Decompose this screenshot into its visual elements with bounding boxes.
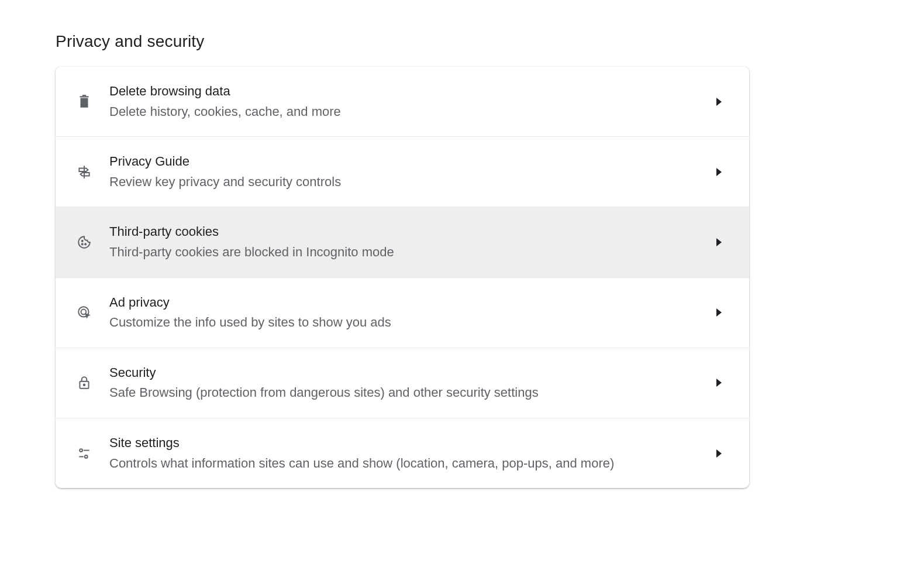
row-subtitle: Review key privacy and security controls	[109, 174, 701, 191]
trash-icon	[77, 94, 92, 109]
row-security[interactable]: Security Safe Browsing (protection from …	[56, 348, 749, 418]
row-title: Security	[109, 365, 701, 382]
tune-icon	[77, 446, 92, 461]
row-title: Ad privacy	[109, 294, 701, 311]
signpost-icon	[77, 164, 92, 180]
chevron-right-icon	[713, 95, 726, 108]
svg-marker-3	[716, 98, 722, 106]
section-title: Privacy and security	[56, 32, 205, 51]
cookie-icon	[77, 235, 92, 250]
row-text: Third-party cookies Third-party cookies …	[109, 224, 701, 260]
svg-point-16	[80, 449, 82, 452]
chevron-right-icon	[713, 236, 726, 249]
svg-rect-0	[80, 96, 88, 97]
row-privacy-guide[interactable]: Privacy Guide Review key privacy and sec…	[56, 137, 749, 207]
chevron-right-icon	[713, 376, 726, 389]
row-text: Site settings Controls what information …	[109, 435, 701, 472]
chevron-right-icon	[713, 306, 726, 319]
row-text: Privacy Guide Review key privacy and sec…	[109, 153, 701, 190]
row-text: Ad privacy Customize the info used by si…	[109, 294, 701, 331]
svg-point-7	[82, 243, 83, 245]
svg-rect-1	[82, 95, 87, 96]
row-subtitle: Controls what information sites can use …	[109, 455, 701, 472]
row-title: Privacy Guide	[109, 153, 701, 170]
row-subtitle: Delete history, cookies, cache, and more	[109, 104, 701, 121]
row-text: Security Safe Browsing (protection from …	[109, 365, 701, 401]
svg-marker-20	[716, 449, 722, 458]
svg-marker-9	[716, 238, 722, 246]
svg-point-8	[85, 243, 86, 245]
ads-click-icon	[77, 305, 92, 320]
svg-marker-15	[716, 379, 722, 387]
row-ad-privacy[interactable]: Ad privacy Customize the info used by si…	[56, 278, 749, 348]
svg-point-19	[85, 455, 88, 458]
svg-marker-5	[716, 168, 722, 176]
svg-rect-2	[81, 98, 88, 107]
row-delete-browsing-data[interactable]: Delete browsing data Delete history, coo…	[56, 67, 749, 137]
row-title: Third-party cookies	[109, 224, 701, 241]
row-title: Site settings	[109, 435, 701, 452]
row-subtitle: Third-party cookies are blocked in Incog…	[109, 244, 701, 261]
row-text: Delete browsing data Delete history, coo…	[109, 83, 701, 120]
svg-marker-12	[716, 308, 722, 317]
svg-point-14	[84, 384, 85, 386]
chevron-right-icon	[713, 447, 726, 460]
row-subtitle: Customize the info used by sites to show…	[109, 314, 701, 331]
row-third-party-cookies[interactable]: Third-party cookies Third-party cookies …	[56, 207, 749, 277]
chevron-right-icon	[713, 166, 726, 178]
privacy-security-card: Delete browsing data Delete history, coo…	[56, 67, 749, 488]
row-subtitle: Safe Browsing (protection from dangerous…	[109, 384, 701, 401]
row-site-settings[interactable]: Site settings Controls what information …	[56, 418, 749, 488]
row-title: Delete browsing data	[109, 83, 701, 100]
lock-icon	[77, 375, 92, 390]
svg-point-6	[82, 241, 83, 242]
